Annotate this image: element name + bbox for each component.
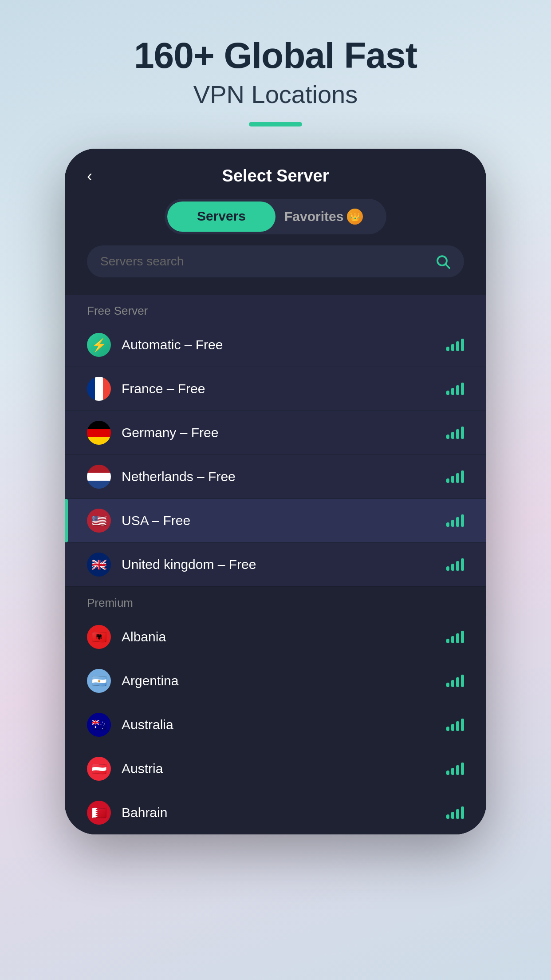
server-name-automatic: Automatic – Free — [122, 337, 446, 352]
signal-bars-australia — [446, 719, 464, 731]
back-button[interactable]: ‹ — [87, 167, 92, 186]
main-title: 160+ Global Fast — [134, 36, 417, 75]
server-item-netherlands[interactable]: Netherlands – Free — [65, 455, 486, 498]
tab-favorites[interactable]: Favorites 👑 — [276, 202, 384, 232]
server-name-uk: United kingdom – Free — [122, 557, 446, 572]
signal-bars-germany — [446, 427, 464, 439]
premium-header: Premium — [65, 587, 486, 615]
netherlands-flag — [87, 465, 111, 489]
sub-title: VPN Locations — [134, 80, 417, 109]
signal-bars-uk — [446, 558, 464, 571]
server-name-bahrain: Bahrain — [122, 805, 446, 820]
phone-mockup: ‹ Select Server Servers Favorites 👑 Serv… — [65, 149, 486, 834]
server-item-austria[interactable]: 🇦🇹 Austria — [65, 747, 486, 790]
server-name-germany: Germany – Free — [122, 425, 446, 440]
signal-bars-automatic — [446, 339, 464, 351]
server-item-argentina[interactable]: 🇦🇷 Argentina — [65, 659, 486, 703]
content-area: Free Server ⚡ Automatic – Free France – … — [65, 295, 486, 834]
header-section: 160+ Global Fast VPN Locations — [134, 0, 417, 126]
svg-line-1 — [446, 265, 449, 268]
server-item-uk[interactable]: 🇬🇧 United kingdom – Free — [65, 543, 486, 586]
server-name-argentina: Argentina — [122, 673, 446, 688]
server-item-australia[interactable]: 🇦🇺 Australia — [65, 703, 486, 747]
nav-bar: ‹ Select Server — [87, 162, 464, 194]
signal-bars-usa — [446, 514, 464, 527]
selected-indicator — [65, 499, 68, 542]
search-icon — [435, 253, 451, 269]
bahrain-flag: 🇧🇭 — [87, 801, 111, 825]
server-name-albania: Albania — [122, 629, 446, 644]
uk-flag: 🇬🇧 — [87, 553, 111, 577]
signal-bars-bahrain — [446, 806, 464, 819]
free-server-header: Free Server — [65, 295, 486, 323]
screen-title: Select Server — [222, 166, 329, 186]
server-name-usa: USA – Free — [122, 513, 446, 528]
crown-icon: 👑 — [347, 209, 363, 225]
signal-bars-netherlands — [446, 470, 464, 483]
argentina-flag: 🇦🇷 — [87, 669, 111, 693]
albania-flag: 🇦🇱 — [87, 625, 111, 649]
server-name-australia: Australia — [122, 717, 446, 732]
france-flag — [87, 377, 111, 401]
server-name-netherlands: Netherlands – Free — [122, 469, 446, 484]
tab-servers[interactable]: Servers — [167, 202, 276, 232]
server-item-bahrain[interactable]: 🇧🇭 Bahrain — [65, 791, 486, 834]
austria-flag: 🇦🇹 — [87, 757, 111, 781]
tab-switcher: Servers Favorites 👑 — [165, 199, 386, 234]
phone-top: ‹ Select Server Servers Favorites 👑 Serv… — [65, 149, 486, 295]
signal-bars-austria — [446, 763, 464, 775]
australia-flag: 🇦🇺 — [87, 713, 111, 737]
server-name-austria: Austria — [122, 761, 446, 776]
premium-section: Premium 🇦🇱 Albania 🇦🇷 Argentina — [65, 587, 486, 834]
server-item-automatic[interactable]: ⚡ Automatic – Free — [65, 323, 486, 367]
server-name-france: France – Free — [122, 381, 446, 396]
accent-bar — [249, 122, 302, 126]
signal-bars-argentina — [446, 675, 464, 687]
automatic-icon: ⚡ — [87, 333, 111, 357]
server-item-albania[interactable]: 🇦🇱 Albania — [65, 615, 486, 659]
server-item-germany[interactable]: Germany – Free — [65, 411, 486, 454]
usa-flag: 🇺🇸 — [87, 509, 111, 533]
server-item-france[interactable]: France – Free — [65, 367, 486, 411]
search-bar[interactable]: Servers search — [87, 245, 464, 277]
signal-bars-albania — [446, 631, 464, 643]
signal-bars-france — [446, 383, 464, 395]
search-placeholder: Servers search — [100, 254, 435, 269]
germany-flag — [87, 421, 111, 445]
server-item-usa[interactable]: 🇺🇸 USA – Free — [65, 499, 486, 542]
